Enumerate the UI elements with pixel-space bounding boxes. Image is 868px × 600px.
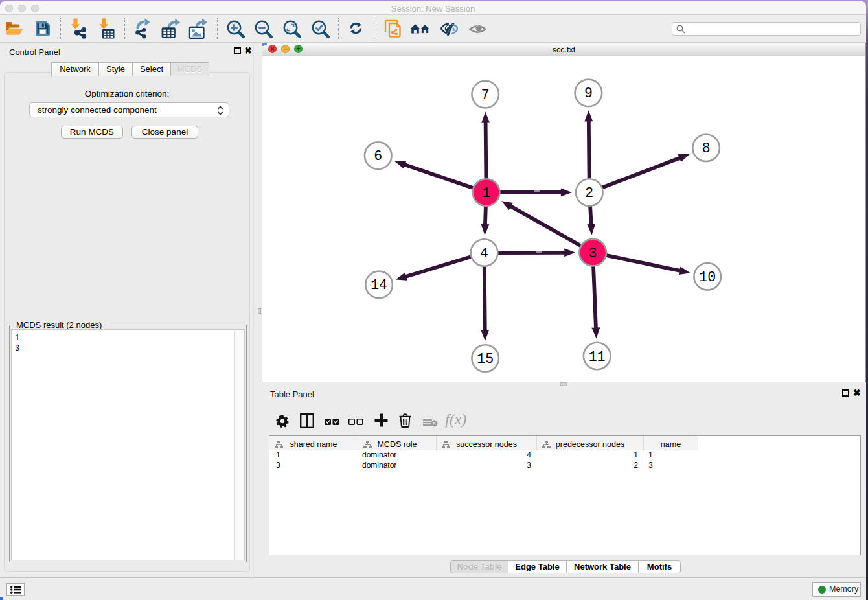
svg-text:6: 6 xyxy=(374,148,382,164)
svg-text:8: 8 xyxy=(702,141,711,156)
svg-text:1: 1 xyxy=(482,185,490,201)
svg-text:2: 2 xyxy=(585,185,593,201)
svg-text:14: 14 xyxy=(371,277,387,293)
svg-text:3: 3 xyxy=(589,246,597,261)
svg-text:7: 7 xyxy=(481,87,490,103)
svg-text:10: 10 xyxy=(699,270,716,285)
svg-text:9: 9 xyxy=(584,86,593,101)
svg-text:15: 15 xyxy=(477,351,494,367)
svg-text:4: 4 xyxy=(480,246,488,261)
svg-text:11: 11 xyxy=(589,349,606,365)
